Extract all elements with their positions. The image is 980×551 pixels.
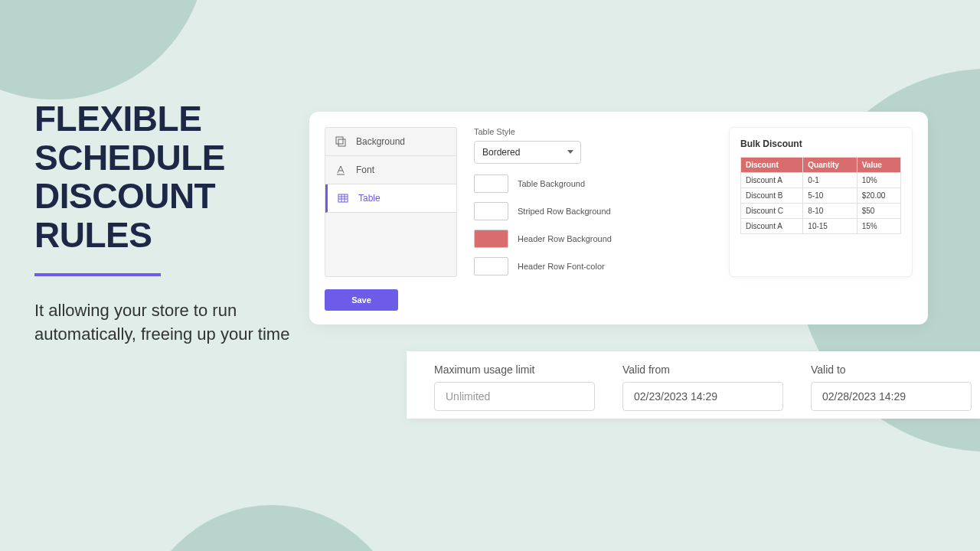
preview-card: Bulk Discount Discount Quantity Value Di… — [729, 127, 913, 277]
table-row: Discount C 8-10 $50 — [741, 204, 901, 219]
th-value: Value — [857, 158, 900, 173]
svg-rect-0 — [336, 137, 343, 144]
preview-title: Bulk Discount — [740, 139, 901, 149]
color-row-header-bg: Header Row Background — [474, 230, 712, 248]
save-button[interactable]: Save — [325, 289, 398, 311]
max-usage-label: Maximum usage limit — [434, 364, 595, 376]
color-label: Striped Row Background — [518, 207, 611, 216]
color-row-header-font: Header Row Font-color — [474, 257, 712, 276]
swatch-table-bg[interactable] — [474, 174, 508, 193]
color-label: Header Row Font-color — [518, 262, 605, 271]
table-icon — [337, 192, 349, 204]
sidebar-item-font[interactable]: Font — [325, 156, 456, 184]
valid-from-label: Valid from — [622, 364, 783, 376]
preview-table: Discount Quantity Value Discount A 0-1 1… — [740, 157, 901, 234]
valid-from-group: Valid from — [622, 364, 783, 406]
valid-to-input[interactable] — [811, 382, 972, 411]
valid-to-label: Valid to — [811, 364, 972, 376]
table-row: Discount A 0-1 10% — [741, 173, 901, 188]
svg-rect-1 — [338, 139, 345, 146]
swatch-striped-bg[interactable] — [474, 202, 508, 220]
sidebar-item-label: Table — [358, 193, 381, 204]
color-label: Table Background — [518, 179, 585, 188]
max-usage-group: Maximum usage limit — [434, 364, 595, 406]
table-style-select-wrap: Bordered — [474, 141, 581, 164]
swatch-header-bg[interactable] — [474, 230, 508, 248]
hero-subtitle: It allowing your store to run automatica… — [34, 299, 295, 347]
table-row: Discount A 10-15 15% — [741, 219, 901, 234]
font-icon — [335, 164, 347, 176]
settings-panel: Background Font Table Table Style Border… — [309, 112, 928, 324]
hero-underline — [34, 273, 161, 276]
table-row: Discount B 5-10 $20.00 — [741, 188, 901, 204]
color-row-table-bg: Table Background — [474, 174, 712, 193]
table-style-select[interactable]: Bordered — [474, 141, 581, 164]
valid-to-group: Valid to — [811, 364, 972, 406]
th-discount: Discount — [741, 158, 803, 173]
bg-decoration — [138, 505, 406, 551]
color-row-striped-bg: Striped Row Background — [474, 202, 712, 220]
settings-sidebar: Background Font Table — [325, 127, 457, 277]
color-label: Header Row Background — [518, 234, 612, 243]
sidebar-item-background[interactable]: Background — [325, 128, 456, 156]
swatch-header-font[interactable] — [474, 257, 508, 276]
hero-section: FLEXIBLE SCHEDULE DISCOUNT RULES It allo… — [34, 99, 295, 347]
valid-from-input[interactable] — [622, 382, 783, 411]
sidebar-item-label: Background — [356, 136, 405, 147]
hero-title: FLEXIBLE SCHEDULE DISCOUNT RULES — [34, 99, 295, 254]
controls-section: Table Style Bordered Table Background St… — [474, 127, 712, 309]
background-icon — [335, 135, 347, 148]
bg-decoration — [0, 0, 207, 99]
schedule-bar: Maximum usage limit Valid from Valid to — [407, 351, 980, 419]
svg-rect-3 — [338, 194, 348, 202]
table-style-label: Table Style — [474, 127, 712, 136]
th-quantity: Quantity — [803, 158, 857, 173]
max-usage-input[interactable] — [434, 382, 595, 411]
sidebar-item-label: Font — [356, 165, 374, 175]
sidebar-item-table[interactable]: Table — [325, 184, 456, 213]
